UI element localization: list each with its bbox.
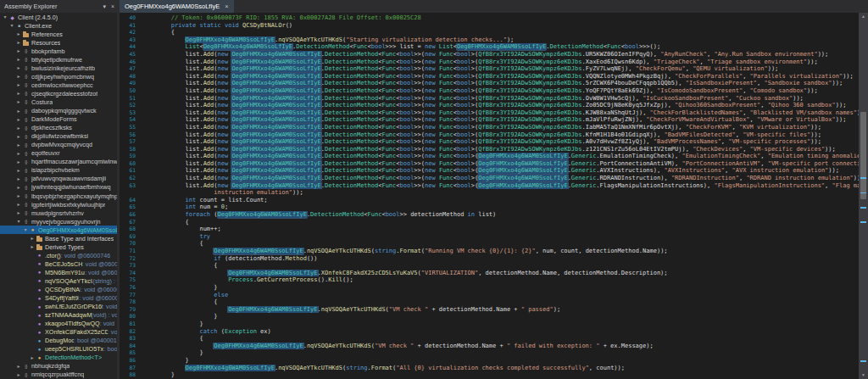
code-token[interactable]: , xyxy=(700,59,707,65)
code-token[interactable]: (). xyxy=(318,276,329,283)
code-token[interactable]: Generic xyxy=(571,160,597,167)
code-text[interactable]: list.Add(new Oeg0FHMXxo4g6WAM0SsoLfIyE.D… xyxy=(142,65,859,73)
code-text[interactable]: } xyxy=(142,284,859,292)
code-token[interactable]: .XaxEod6IQwsn6Kdp), xyxy=(581,59,653,65)
code-token[interactable]: Func xyxy=(381,109,396,116)
highlighted-reference[interactable]: Oeg0FHMXxo4g6WAM0SsoLfIyE xyxy=(231,138,320,145)
code-text[interactable]: list.Add(new Oeg0FHMXxo4g6WAM0SsoLfIyE.D… xyxy=(142,124,859,131)
code-token[interactable]: new xyxy=(218,153,229,159)
code-token[interactable]: QfB8rx3YI92ADwSOWKympz6eKDJbs xyxy=(478,59,581,65)
expander-closed-icon[interactable]: ▸ xyxy=(15,89,22,98)
line-number[interactable]: 48 xyxy=(120,73,142,81)
code-token[interactable]: try xyxy=(199,233,210,240)
code-token[interactable]: .KJW88xaNShqUtJj), xyxy=(581,109,649,116)
code-token[interactable]: "CheckForVMwareAndVirtualBox" xyxy=(646,116,749,123)
code-token[interactable]: QfB8rx3YI92ADwSOWKympz6eKDJbs xyxy=(478,102,581,109)
code-token[interactable]: , xyxy=(750,116,757,123)
code-token[interactable] xyxy=(142,365,186,371)
code-token[interactable] xyxy=(142,211,186,218)
code-token[interactable]: >>( xyxy=(414,167,425,174)
code-token[interactable]: ; xyxy=(225,203,228,210)
code-token[interactable]: bool xyxy=(400,131,415,138)
tree-item-daboypkqmqlgggqvtwck[interactable]: ▸daboypkqmqlgggqvtwck xyxy=(0,107,117,115)
code-token[interactable]: new xyxy=(425,80,436,86)
code-token[interactable]: list) xyxy=(475,211,496,218)
code-token[interactable]: "CheckForParallels" xyxy=(675,73,743,80)
expander-closed-icon[interactable]: ▸ xyxy=(15,115,22,124)
code-token[interactable]: bool xyxy=(400,95,415,102)
line-number[interactable]: 84 xyxy=(120,343,142,350)
highlighted-reference[interactable]: Oeg0FHMXxo4g6WAM0SsoLfIyE xyxy=(231,153,320,159)
code-token[interactable]: .VQQNZlotye0MWh4PkgzBqj), xyxy=(581,73,675,80)
code-token[interactable]: QfB8rx3YI92ADwSOWKympz6eKDJbs xyxy=(478,116,581,123)
code-token[interactable]: new xyxy=(425,95,436,102)
line-number[interactable]: 73 xyxy=(120,262,142,270)
expander-closed-icon[interactable]: ▸ xyxy=(15,175,22,183)
code-token[interactable]: >( xyxy=(471,138,478,145)
tree-item-lgpfeirtjiwkbsxfxkylwluujhip[interactable]: ▸lgpfeirtjiwkbsxfxkylwluujhipr xyxy=(0,200,117,209)
tree-item-nmiqcqzrpuaktffcnq[interactable]: ▸nmiqcqzrpuaktffcnq xyxy=(0,371,117,379)
code-token[interactable]: Func xyxy=(381,167,396,174)
code-token[interactable]: >( xyxy=(471,175,478,181)
code-token[interactable]: bool xyxy=(386,211,400,218)
document-tab[interactable]: Oeg0FHMXxo4g6WAM0SsoLfIyE × xyxy=(120,0,234,13)
code-token[interactable]: list. xyxy=(142,153,203,159)
tree-item-oeg0fhmxxo4g6wam0ssolfiye[interactable]: ▾Oeg0FHMXxo4g6WAM0SsoLfIyE xyxy=(0,226,117,234)
code-token[interactable]: .UR5KWZ06OIenIFPqyQ), xyxy=(581,51,660,58)
expander-closed-icon[interactable]: ▸ xyxy=(15,47,22,55)
code-token[interactable]: new xyxy=(218,65,229,72)
line-number[interactable]: 77 xyxy=(120,292,142,299)
code-token[interactable]: "VM-specific files" xyxy=(743,131,810,138)
code-token[interactable] xyxy=(142,43,186,50)
code-text[interactable]: } xyxy=(142,349,859,357)
line-number[interactable]: 63 xyxy=(120,182,142,190)
tree-item-ueep5chsrluio5txxq[interactable]: ueep5CHSRLUIO5TxxQ : bool xyxy=(0,345,117,354)
highlighted-reference[interactable]: Oeg0FHMXxo4g6WAM0SsoLfIyE xyxy=(478,160,567,167)
code-text[interactable]: num++; xyxy=(142,226,859,233)
code-token[interactable]: , xyxy=(760,153,767,159)
code-token[interactable]: { xyxy=(142,298,218,305)
code-token[interactable]: )); xyxy=(810,124,821,131)
code-token[interactable]: "Cuckoo sandbox" xyxy=(736,95,793,102)
code-token[interactable]: Func xyxy=(381,116,396,123)
code-token[interactable]: "KVM virtualization" xyxy=(739,124,810,131)
highlighted-reference[interactable]: Oeg0FHMXxo4g6WAM0SsoLfIyE xyxy=(231,146,320,153)
code-token[interactable]: new xyxy=(218,160,229,167)
highlighted-reference[interactable]: Oeg0FHMXxo4g6WAM0SsoLfIyE xyxy=(186,36,275,43)
code-token[interactable]: DetectionMethod xyxy=(550,43,604,50)
code-token[interactable]: "All {0} virtualization checks completed… xyxy=(396,365,589,371)
line-number[interactable]: 53 xyxy=(120,109,142,117)
code-token[interactable]: QfB8rx3YI92ADwSOWKympz6eKDJbs xyxy=(478,51,581,58)
highlighted-reference[interactable]: Oeg0FHMXxo4g6WAM0SsoLfIyE xyxy=(457,43,546,50)
code-token[interactable]: + detectionMethod.Name + xyxy=(414,343,507,349)
code-token[interactable]: bool xyxy=(400,116,415,123)
tree-item-nqvsoqaeytkcuthkds[interactable]: nqVSOQAeYTkcUTHKdS(string) : void xyxy=(0,276,117,285)
code-text[interactable]: list.Add(new Oeg0FHMXxo4g6WAM0SsoLfIyE.D… xyxy=(142,182,859,190)
code-token[interactable]: >>( xyxy=(414,131,425,138)
code-token[interactable]: , xyxy=(743,87,749,94)
code-token[interactable]: DetectionMethod xyxy=(325,175,378,181)
code-token[interactable]: bool xyxy=(457,87,471,94)
code-token[interactable]: "IsComodoSandboxPresent" xyxy=(657,87,743,94)
code-token[interactable]: DetectionMethod xyxy=(325,73,378,80)
code-token[interactable]: )); xyxy=(832,80,843,86)
code-token[interactable]: >( xyxy=(471,65,478,72)
code-token[interactable]: .5rZCWX6P4bouDeCFqqpb1QQb5), xyxy=(581,80,685,86)
code-token[interactable]: bool xyxy=(457,182,471,189)
code-text[interactable]: Oeg0FHMXxo4g6WAM0SsoLfIyE.nqVSOQAeYTkcUT… xyxy=(142,343,859,350)
code-token[interactable]: new xyxy=(425,59,436,65)
code-text[interactable]: list.Add(new Oeg0FHMXxo4g6WAM0SsoLfIyE.D… xyxy=(142,51,859,59)
code-token[interactable]: "VM-specific devices" xyxy=(750,146,826,153)
code-token[interactable] xyxy=(142,255,214,262)
code-token[interactable]: list. xyxy=(142,102,203,109)
tree-item-s4dyffjyaft9huq[interactable]: S4DyffjYaft9huQ : void @06000742 xyxy=(0,294,117,303)
code-token[interactable]: Kill xyxy=(328,276,342,283)
code-token[interactable]: DetectionMethod xyxy=(325,167,378,174)
code-token[interactable]: list. xyxy=(142,116,203,123)
line-number[interactable]: 40 xyxy=(120,14,142,22)
code-token[interactable]: Add xyxy=(203,175,214,181)
code-token[interactable]: Add xyxy=(203,87,214,94)
tree-item-ctor[interactable]: .ctor() : void @06000746 xyxy=(0,251,117,259)
highlighted-reference[interactable]: Oeg0FHMXxo4g6WAM0SsoLfIyE xyxy=(231,51,320,58)
code-token[interactable]: static xyxy=(199,22,220,29)
